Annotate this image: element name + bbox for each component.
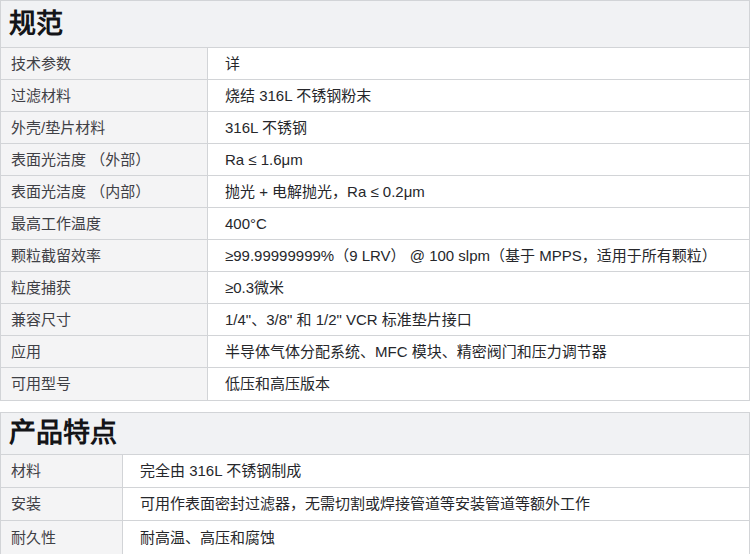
- spec-label: 过滤材料: [1, 80, 208, 111]
- spec-label: 技术参数: [1, 48, 208, 79]
- feature-row: 材料 完全由 316L 不锈钢制成: [1, 455, 749, 488]
- spec-row: 粒度捕获 ≥0.3微米: [1, 272, 749, 304]
- spec-value: Ra ≤ 1.6μm: [208, 144, 749, 175]
- spec-row: 最高工作温度 400°C: [1, 208, 749, 240]
- specifications-title: 规范: [9, 11, 63, 38]
- feature-value: 完全由 316L 不锈钢制成: [123, 455, 749, 487]
- spec-value: 低压和高压版本: [208, 368, 749, 400]
- spec-label: 可用型号: [1, 368, 208, 400]
- feature-label: 耐久性: [1, 521, 123, 554]
- spec-row: 可用型号 低压和高压版本: [1, 368, 749, 400]
- section-specifications: 规范 技术参数 详 过滤材料 烧结 316L 不锈钢粉末 外壳/垫片材料 316…: [0, 0, 750, 401]
- spec-value: 316L 不锈钢: [208, 112, 749, 143]
- feature-value: 可用作表面密封过滤器，无需切割或焊接管道等安装管道等额外工作: [123, 488, 749, 520]
- spec-value: 烧结 316L 不锈钢粉末: [208, 80, 749, 111]
- features-table: 材料 完全由 316L 不锈钢制成 安装 可用作表面密封过滤器，无需切割或焊接管…: [1, 455, 749, 554]
- spec-row: 表面光洁度 （内部） 抛光 + 电解抛光，Ra ≤ 0.2μm: [1, 176, 749, 208]
- spec-row: 过滤材料 烧结 316L 不锈钢粉末: [1, 80, 749, 112]
- product-spec-page: 规范 技术参数 详 过滤材料 烧结 316L 不锈钢粉末 外壳/垫片材料 316…: [0, 0, 750, 554]
- spec-row: 表面光洁度 （外部） Ra ≤ 1.6μm: [1, 144, 749, 176]
- spec-value: 400°C: [208, 208, 749, 239]
- spec-label: 兼容尺寸: [1, 304, 208, 335]
- feature-label: 安装: [1, 488, 123, 520]
- spec-label: 表面光洁度 （外部）: [1, 144, 208, 175]
- spec-value: ≥99.99999999%（9 LRV） @ 100 slpm（基于 MPPS，…: [208, 240, 749, 271]
- features-title: 产品特点: [9, 420, 117, 447]
- spec-label: 颗粒截留效率: [1, 240, 208, 271]
- spec-row: 兼容尺寸 1/4"、3/8" 和 1/2" VCR 标准垫片接口: [1, 304, 749, 336]
- feature-value: 耐高温、高压和腐蚀: [123, 521, 749, 554]
- spec-value: 半导体气体分配系统、MFC 模块、精密阀门和压力调节器: [208, 336, 749, 367]
- spec-label: 外壳/垫片材料: [1, 112, 208, 143]
- spec-label: 应用: [1, 336, 208, 367]
- spec-label: 粒度捕获: [1, 272, 208, 303]
- spec-row: 外壳/垫片材料 316L 不锈钢: [1, 112, 749, 144]
- spec-value: 1/4"、3/8" 和 1/2" VCR 标准垫片接口: [208, 304, 749, 335]
- spec-row: 应用 半导体气体分配系统、MFC 模块、精密阀门和压力调节器: [1, 336, 749, 368]
- spec-row: 颗粒截留效率 ≥99.99999999%（9 LRV） @ 100 slpm（基…: [1, 240, 749, 272]
- specifications-table: 技术参数 详 过滤材料 烧结 316L 不锈钢粉末 外壳/垫片材料 316L 不…: [1, 48, 749, 400]
- feature-label: 材料: [1, 455, 123, 487]
- spec-row: 技术参数 详: [1, 48, 749, 80]
- specifications-heading-band: 规范: [1, 1, 749, 48]
- spec-value: ≥0.3微米: [208, 272, 749, 303]
- feature-row: 安装 可用作表面密封过滤器，无需切割或焊接管道等安装管道等额外工作: [1, 488, 749, 521]
- spec-value: 抛光 + 电解抛光，Ra ≤ 0.2μm: [208, 176, 749, 207]
- section-product-features: 产品特点 材料 完全由 316L 不锈钢制成 安装 可用作表面密封过滤器，无需切…: [0, 412, 750, 554]
- spec-value: 详: [208, 48, 749, 79]
- features-heading-band: 产品特点: [1, 413, 749, 455]
- spec-label: 最高工作温度: [1, 208, 208, 239]
- feature-row: 耐久性 耐高温、高压和腐蚀: [1, 521, 749, 554]
- spec-label: 表面光洁度 （内部）: [1, 176, 208, 207]
